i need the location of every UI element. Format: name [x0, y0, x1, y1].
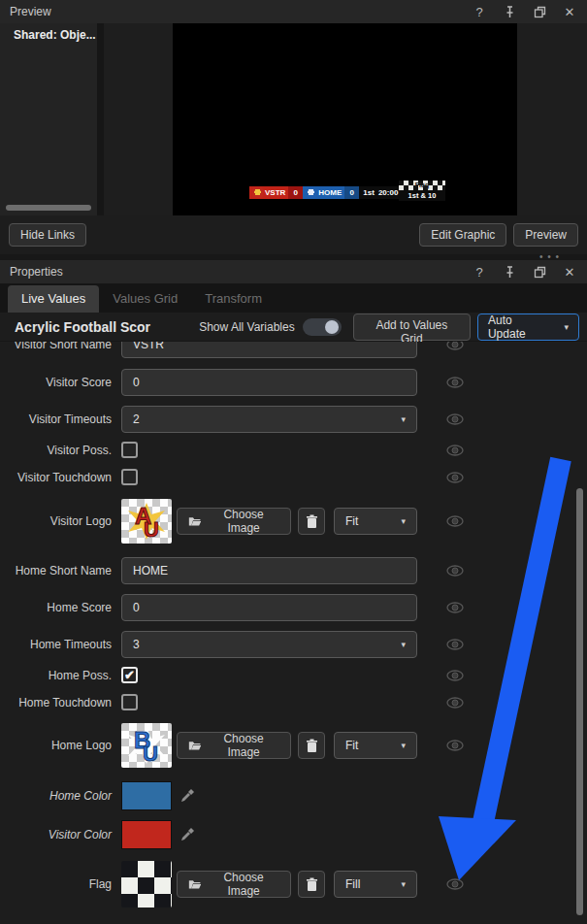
home-short-name-input[interactable] [121, 557, 417, 584]
field-row-visitor-color: Visitor Color [0, 820, 587, 849]
trash-icon [306, 877, 318, 892]
flag-delete-button[interactable] [298, 871, 325, 898]
caret-down-icon: ▾ [401, 516, 406, 526]
field-row-flag: Flag Choose Image Fill ▾ [0, 861, 587, 908]
pin-icon[interactable] [502, 4, 517, 19]
flag-thumbnail[interactable] [121, 861, 172, 908]
preview-stage: VSTR 0 HOME 0 1st 20:00 25 Flag [104, 23, 587, 215]
home-touchdown-checkbox[interactable] [121, 694, 138, 710]
pin-icon[interactable] [502, 264, 517, 280]
visitor-poss-checkbox[interactable] [121, 442, 138, 458]
eyedropper-icon[interactable] [179, 827, 195, 842]
choose-image-label: Choose Image [208, 871, 279, 898]
home-color-swatch[interactable] [121, 781, 172, 810]
eye-icon[interactable] [446, 877, 464, 891]
eye-icon[interactable] [446, 638, 464, 651]
home-timeouts-value: 3 [133, 638, 140, 651]
auto-update-label: Auto Update [488, 314, 551, 341]
visitor-timeouts-dropdown[interactable]: 2 ▾ [121, 406, 417, 433]
tab-live-values[interactable]: Live Values [8, 285, 99, 313]
field-row-home-poss: Home Poss. [0, 667, 587, 683]
field-label: Home Short Name [0, 564, 112, 578]
tab-values-grid[interactable]: Values Grid [99, 285, 191, 313]
caret-down-icon: ▾ [401, 741, 406, 750]
flag-choose-image-button[interactable]: Choose Image [177, 871, 291, 898]
eyedropper-icon[interactable] [179, 788, 195, 804]
fill-mode-value: Fill [345, 877, 360, 891]
folder-icon [188, 740, 201, 751]
field-label: Visitor Score [0, 376, 112, 389]
home-logo-thumbnail[interactable]: B U [121, 723, 172, 768]
trash-icon [306, 514, 318, 529]
field-label: Flag [0, 877, 112, 891]
fields-scroll-area[interactable]: Visitor Short Name Visitor Score Visitor… [0, 342, 587, 924]
home-logo-choose-image-button[interactable]: Choose Image [177, 732, 291, 759]
home-poss-checkbox[interactable] [121, 667, 138, 683]
close-icon[interactable]: ✕ [562, 264, 577, 280]
home-score-input[interactable] [121, 594, 417, 621]
preview-panel-title: Preview [10, 5, 51, 18]
field-label: Home Timeouts [0, 638, 112, 651]
graphic-title: Acrylic Football Scor [15, 319, 154, 335]
visitor-color-swatch[interactable] [121, 820, 172, 849]
show-all-variables-label: Show All Variables [199, 320, 295, 334]
fit-mode-value: Fit [345, 514, 358, 528]
visitor-short-name-input[interactable] [121, 342, 417, 358]
help-icon[interactable]: ? [472, 264, 487, 280]
field-row-home-color: Home Color [0, 781, 587, 810]
visitor-logo-fit-dropdown[interactable]: Fit ▾ [334, 508, 417, 535]
field-row-home-short-name: Home Short Name [0, 557, 587, 584]
visitor-logo-thumbnail[interactable]: A U [121, 499, 172, 544]
eye-icon[interactable] [446, 444, 464, 457]
tab-transform[interactable]: Transform [191, 285, 276, 313]
eye-icon[interactable] [446, 471, 464, 484]
down-distance: 1st & 10 [399, 190, 445, 201]
visitor-touchdown-checkbox[interactable] [121, 469, 138, 485]
eye-icon[interactable] [446, 669, 464, 682]
preview-content: Shared: Obje... VSTR 0 HOME 0 [0, 23, 587, 215]
field-label: Visitor Poss. [0, 444, 112, 457]
add-to-values-grid-button[interactable]: Add to Values Grid [353, 314, 471, 341]
preview-actions-bar: Hide Links Edit Graphic Preview [0, 215, 587, 254]
field-label: Home Score [0, 601, 112, 614]
eye-icon[interactable] [446, 376, 464, 389]
close-icon[interactable]: ✕ [562, 4, 577, 19]
eye-icon[interactable] [446, 739, 464, 752]
eye-icon[interactable] [446, 342, 464, 351]
auto-update-dropdown[interactable]: Auto Update ▾ [477, 314, 579, 341]
fit-mode-value: Fit [345, 739, 358, 752]
choose-image-label: Choose Image [208, 732, 279, 759]
home-score-box: 0 [344, 186, 359, 199]
show-all-variables-toggle[interactable] [303, 318, 342, 336]
visitor-score-input[interactable] [121, 369, 417, 396]
restore-window-icon[interactable] [532, 4, 547, 19]
help-icon[interactable]: ? [472, 4, 487, 19]
preview-button[interactable]: Preview [513, 223, 578, 247]
field-row-visitor-poss: Visitor Poss. [0, 442, 587, 458]
eye-icon[interactable] [446, 564, 464, 578]
home-logo-fit-dropdown[interactable]: Fit ▾ [334, 732, 417, 759]
quarter: 1st [363, 186, 375, 199]
hide-links-button[interactable]: Hide Links [9, 223, 86, 247]
edit-graphic-button[interactable]: Edit Graphic [419, 223, 506, 247]
restore-window-icon[interactable] [532, 264, 547, 280]
home-logo-delete-button[interactable] [298, 732, 325, 759]
eye-icon[interactable] [446, 514, 464, 528]
eye-icon[interactable] [446, 696, 464, 710]
caret-down-icon: ▾ [401, 640, 406, 649]
caret-down-icon: ▾ [401, 414, 406, 424]
visitor-logo-delete-button[interactable] [298, 508, 325, 535]
field-label: Visitor Timeouts [0, 412, 112, 426]
properties-panel: Properties ? ✕ Live Values Values Grid T… [0, 260, 587, 924]
eye-icon[interactable] [446, 412, 464, 426]
visitor-abbr: VSTR [265, 186, 285, 199]
sidebar-item-shared-object[interactable]: Shared: Obje... [0, 23, 97, 42]
eye-icon[interactable] [446, 601, 464, 614]
home-timeouts-dropdown[interactable]: 3 ▾ [121, 631, 417, 658]
properties-vertical-scrollbar[interactable] [576, 488, 583, 915]
down-distance-stack: Flag 1st & 10 [399, 181, 445, 201]
preview-titlebar: Preview ? ✕ [0, 0, 587, 23]
flag-fill-dropdown[interactable]: Fill ▾ [334, 871, 417, 898]
visitor-logo-choose-image-button[interactable]: Choose Image [177, 508, 291, 535]
sidebar-horizontal-scrollbar[interactable] [6, 205, 91, 211]
